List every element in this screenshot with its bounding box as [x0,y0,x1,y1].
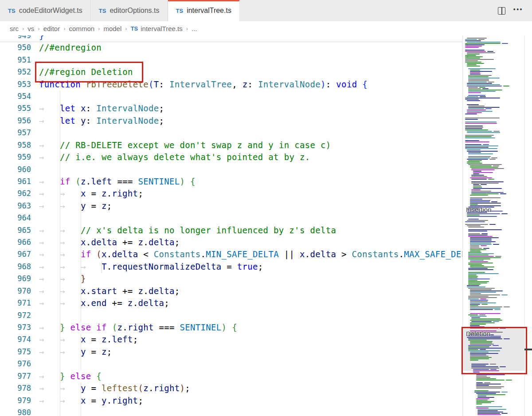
minimap-line [471,175,484,176]
indent-guide [60,127,60,139]
whitespace-tab-icon: → [60,188,81,200]
token-op: ; [138,396,143,405]
line-number: 968 [0,261,31,273]
tab-intervalTree-ts[interactable]: TSintervalTree.ts [168,0,240,21]
minimap-line [467,66,481,67]
line-number: 970 [0,285,31,297]
minimap-line [465,43,501,44]
line-number: 956 [0,115,31,127]
minimap-line [465,47,479,48]
minimap-line [468,276,478,277]
token-b2: } [60,322,65,332]
code-editor[interactable]: 949}950//#endregion951952//#region Delet… [0,35,462,416]
indent-guide [60,358,60,370]
line-number: 949 [0,35,31,42]
line-number: 980 [0,407,31,416]
token-var: x [81,103,86,113]
code-text: →let x: IntervalNode; [39,102,164,114]
indent-guide [60,261,60,273]
token-var: delta [149,237,175,247]
line-number: 975 [0,346,31,358]
token-cst: MIN_SAFE_DELTA [206,249,279,259]
minimap-line [476,377,491,378]
token-var: left [112,334,133,344]
tab-codeEditorWidget-ts[interactable]: TScodeEditorWidget.ts [0,0,91,21]
minimap-line [467,63,485,64]
minimap-section-label-insertion: Insertion [466,206,492,213]
breadcrumb-item-file[interactable]: TSintervalTree.ts [131,25,183,32]
indent-guide [60,151,60,163]
minimap-line [501,413,508,414]
indent-guide [81,407,81,416]
minimap-line [480,96,486,97]
minimap-line [468,95,485,96]
code-line: 966→→x.delta += z.delta; [0,236,462,248]
minimap-line [477,394,505,395]
minimap-line [503,86,509,86]
split-editor-icon[interactable] [498,7,505,15]
indent-guide [60,200,60,212]
token-op: === [112,177,138,186]
line-number: 965 [0,224,31,236]
indent-guide [81,382,81,394]
code-line: 964 [0,212,462,224]
token-var: T [154,79,159,89]
whitespace-tab-icon: → [39,224,60,236]
tab-editorOptions-ts[interactable]: TSeditorOptions.ts [91,0,168,21]
minimap-line [481,245,487,246]
typescript-file-icon: TS [99,8,106,14]
indent-guide [81,273,81,285]
minimap-line [494,309,501,310]
breadcrumb-item-editor[interactable]: editor [43,25,60,32]
minimap-line [467,112,482,113]
minimap-line [470,165,492,166]
minimap-line [476,388,501,389]
code-line: 949} [0,35,462,42]
breadcrumb-item-src[interactable]: src [10,25,19,32]
token-op [65,371,70,381]
token-b3: ( [96,249,102,259]
token-type: IntervalNode [96,116,159,126]
minimap-line [483,248,489,249]
code-text: →let y: IntervalNode; [39,115,164,127]
minimap-line [470,304,481,305]
token-kw: let [60,103,75,113]
indent-guide [60,115,60,127]
minimap-line [468,268,488,269]
breadcrumb-item-common[interactable]: common [69,25,95,32]
minimap-line [465,141,489,142]
minimap-line [470,261,489,262]
minimap-line [502,43,508,44]
indent-guide [60,370,60,382]
code-line: 980 [0,407,462,416]
breadcrumb-item-model[interactable]: model [103,25,121,32]
more-actions-icon[interactable]: ••• [513,6,523,15]
minimap-line [477,414,501,415]
minimap-line [467,213,501,214]
code-line: 953function rbTreeDelete(T: IntervalTree… [0,78,462,90]
minimap-line [468,256,494,257]
minimap-line [470,237,499,238]
token-var: x [81,334,86,344]
minimap-line [465,46,482,47]
minimap-line [468,106,485,106]
breadcrumb-item-vs[interactable]: vs [27,25,34,32]
code-line: 975→→y = z; [0,346,462,358]
indent-guide [60,176,60,188]
token-op: += [117,237,138,247]
minimap[interactable]: InsertionDeletion [462,35,525,416]
indent-guide [81,212,81,224]
code-text: →→x = z.left; [39,334,138,345]
breadcrumb-item-symbol-path[interactable]: ... [192,25,197,32]
token-kw: true [237,262,258,271]
code-text: →→// x's delta is no longer influenced b… [39,224,336,236]
token-var: right [154,383,180,393]
token-op: ; [133,334,138,344]
token-op: . [107,262,112,271]
token-op: . [143,286,149,296]
minimap-line [468,107,500,108]
minimap-line [465,119,478,120]
code-line: 973→} else if (z.right === SENTINEL) { [0,322,462,334]
indent-guide [60,297,60,309]
minimap-line [488,82,494,82]
